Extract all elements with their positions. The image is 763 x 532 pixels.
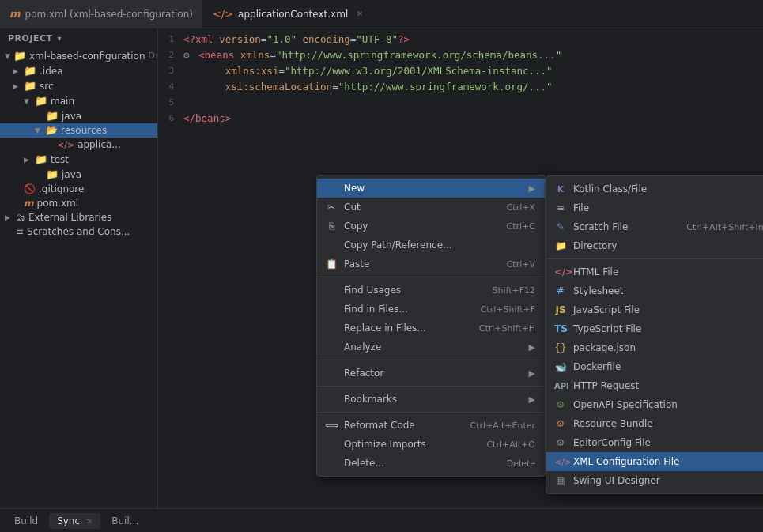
menu-item-find-files[interactable]: Find in Files... Ctrl+Shift+F: [317, 300, 545, 319]
menu-item-copy-path-label: Copy Path/Reference...: [344, 240, 452, 251]
libraries-icon: 🗂: [16, 212, 25, 223]
menu-item-refactor-label: Refactor: [344, 368, 383, 379]
js-icon: JS: [554, 304, 567, 315]
sub-menu-item-docker[interactable]: 🐋 Dockerfile: [546, 357, 763, 376]
tree-label-main: main: [51, 96, 74, 107]
tree-label-idea: .idea: [40, 66, 63, 77]
menu-shortcut-cut: Ctrl+X: [507, 202, 535, 213]
tree-item-resources[interactable]: ▼ 📂 resources: [0, 123, 157, 138]
menu-item-refactor[interactable]: Refactor ▶: [317, 364, 545, 383]
menu-item-copy[interactable]: ⎘ Copy Ctrl+C: [317, 217, 545, 236]
sub-menu-item-html[interactable]: </> HTML File: [546, 262, 763, 281]
bottom-bar: Build Sync ✕ Buil...: [0, 508, 763, 532]
tree-label-test-java: java: [62, 169, 81, 180]
sub-menu-item-openapi[interactable]: ⚙ OpenAPI Specification: [546, 395, 763, 414]
menu-item-reformat-label: Reformat Code: [344, 420, 415, 431]
tree-item-root[interactable]: ▼ 📁 xml-based-configuration D:\workspace…: [0, 48, 157, 63]
line-content-4: xsi:schemaLocation="http://www.springfra…: [183, 79, 553, 95]
sub-menu-item-js[interactable]: JS JavaScript File: [546, 300, 763, 319]
bottom-tab-build2[interactable]: Buil...: [104, 513, 146, 529]
menu-item-optimize[interactable]: Optimize Imports Ctrl+Alt+O: [317, 435, 545, 454]
file-icon: ≡: [554, 202, 567, 213]
folder-icon-java: 📁: [46, 110, 59, 122]
menu-item-delete[interactable]: Delete... Delete: [317, 454, 545, 473]
sidebar-title: Project: [8, 33, 53, 43]
package-icon: {}: [554, 342, 567, 353]
menu-item-find-usages[interactable]: Find Usages Shift+F12: [317, 281, 545, 300]
folder-icon-test: 📁: [35, 153, 47, 165]
tree-item-gitignore[interactable]: ▶ 🚫 .gitignore: [0, 182, 157, 196]
arrow-icon-root: ▼: [5, 52, 10, 60]
sub-menu-label-kotlin: Kotlin Class/File: [573, 183, 647, 194]
scratches-icon: ≡: [16, 226, 24, 237]
bottom-tab-sync[interactable]: Sync ✕: [49, 513, 100, 529]
sub-menu-item-ts[interactable]: TS TypeScript File: [546, 319, 763, 338]
sub-menu-item-file[interactable]: ≡ File: [546, 198, 763, 217]
sub-menu-item-http[interactable]: API HTTP Request: [546, 376, 763, 395]
menu-shortcut-reformat: Ctrl+Alt+Enter: [470, 421, 535, 431]
menu-item-new[interactable]: New ▶ K Kotlin Class/File ≡ File: [317, 179, 545, 198]
sub-menu-item-kotlin[interactable]: K Kotlin Class/File: [546, 179, 763, 198]
sidebar-header: Project ▾: [0, 28, 157, 48]
menu-item-replace-files[interactable]: Replace in Files... Ctrl+Shift+H: [317, 319, 545, 338]
arrow-icon-main: ▼: [24, 97, 32, 105]
tree-label-gitignore: .gitignore: [39, 183, 84, 194]
paste-icon: 📋: [325, 258, 338, 270]
tree-item-applica[interactable]: ▶ </> applica...: [0, 138, 157, 152]
line-content-5: [183, 95, 190, 111]
sub-menu-item-stylesheet[interactable]: # Stylesheet: [546, 281, 763, 300]
menu-item-analyze-label: Analyze: [344, 341, 381, 353]
sub-menu-item-scratch[interactable]: ✎ Scratch File Ctrl+Alt+Shift+Insert: [546, 217, 763, 236]
arrow-icon-ext-libs: ▶: [5, 213, 13, 221]
menu-item-paste[interactable]: 📋 Paste Ctrl+V: [317, 255, 545, 274]
menu-item-analyze[interactable]: Analyze ▶: [317, 338, 545, 357]
xml-config-icon: </>: [554, 457, 567, 467]
tree-item-main[interactable]: ▼ 📁 main: [0, 93, 157, 108]
menu-item-paste-label: Paste: [344, 258, 369, 270]
menu-shortcut-replace-files: Ctrl+Shift+H: [479, 323, 535, 334]
line-number-3: 3: [158, 63, 183, 79]
folder-icon-src: 📁: [24, 80, 36, 92]
tab-appctx-label: applicationContext.xml: [238, 9, 348, 20]
sub-menu-item-swing[interactable]: ▦ Swing UI Designer ▶: [546, 471, 763, 490]
openapi-icon: ⚙: [554, 399, 567, 410]
sub-menu-item-resource[interactable]: ⚙ Resource Bundle: [546, 414, 763, 433]
menu-shortcut-delete: Delete: [507, 458, 535, 469]
line-number-5: 5: [158, 95, 183, 111]
tree-item-pom[interactable]: ▶ m pom.xml: [0, 196, 157, 210]
menu-shortcut-find-files: Ctrl+Shift+F: [481, 304, 535, 315]
tree-item-test-java[interactable]: ▶ 📁 java: [0, 167, 157, 182]
tree-label-java: java: [62, 111, 81, 122]
sub-menu-item-editorconfig[interactable]: ⚙ EditorConfig File: [546, 433, 763, 452]
arrow-icon-test: ▶: [24, 156, 32, 164]
tab-bar: m pom.xml (xml-based-configuration) </> …: [0, 0, 763, 28]
menu-item-delete-label: Delete...: [344, 458, 384, 469]
gitignore-icon: 🚫: [24, 183, 36, 194]
tree-item-scratches[interactable]: ▶ ≡ Scratches and Cons...: [0, 224, 157, 239]
docker-icon: 🐋: [554, 361, 567, 372]
bottom-tab-sync-close[interactable]: ✕: [86, 517, 93, 526]
tree-item-src[interactable]: ▶ 📁 src: [0, 78, 157, 93]
sub-menu-label-stylesheet: Stylesheet: [573, 285, 623, 296]
new-submenu-arrow: ▶: [529, 183, 535, 194]
menu-item-reformat[interactable]: ⟺ Reformat Code Ctrl+Alt+Enter: [317, 416, 545, 435]
sub-menu-item-pkg[interactable]: {} package.json: [546, 338, 763, 357]
editor-area[interactable]: 1 <?xml version="1.0" encoding="UTF-8"?>…: [158, 28, 763, 508]
tree-item-test[interactable]: ▶ 📁 test: [0, 152, 157, 167]
menu-item-copy-path[interactable]: Copy Path/Reference...: [317, 236, 545, 255]
tab-pom[interactable]: m pom.xml (xml-based-configuration): [0, 0, 203, 28]
menu-shortcut-find-usages: Shift+F12: [492, 285, 535, 296]
sub-menu-label-js: JavaScript File: [573, 304, 640, 315]
menu-item-cut[interactable]: ✂ Cut Ctrl+X: [317, 198, 545, 217]
tree-item-ext-libs[interactable]: ▶ 🗂 External Libraries: [0, 210, 157, 224]
tab-appctx-close[interactable]: ✕: [356, 9, 363, 19]
menu-item-bookmarks[interactable]: Bookmarks ▶: [317, 390, 545, 409]
tab-appctx[interactable]: </> applicationContext.xml ✕: [203, 0, 374, 28]
sub-menu-item-directory[interactable]: 📁 Directory: [546, 236, 763, 255]
bottom-tab-build[interactable]: Build: [6, 513, 46, 529]
tree-item-idea[interactable]: ▶ 📁 .idea: [0, 63, 157, 78]
sub-menu-item-xml-config[interactable]: </> XML Configuration File ▶: [546, 452, 763, 471]
folder-icon-test-java: 📁: [46, 168, 59, 180]
tree-item-java[interactable]: ▶ 📁 java: [0, 108, 157, 123]
analyze-arrow: ▶: [529, 342, 535, 353]
